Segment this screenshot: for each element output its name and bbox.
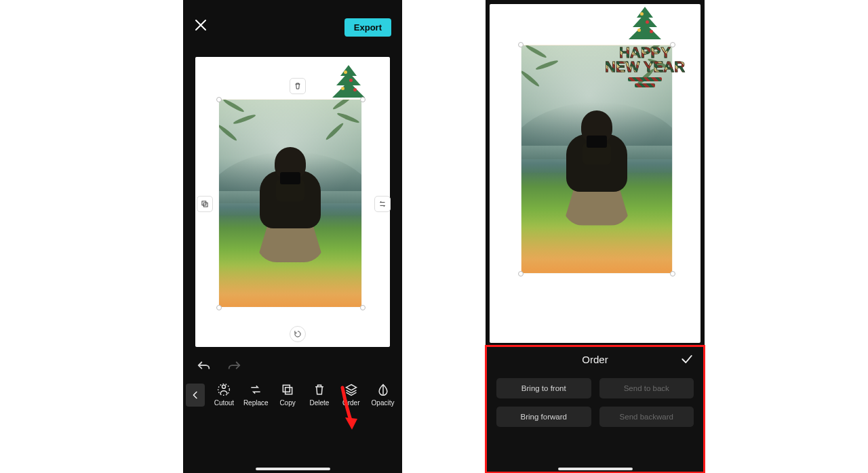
send-backward-button[interactable]: Send backward [599, 407, 694, 427]
sticker-text: HAPPY NEW YEAR [597, 46, 692, 87]
resize-handle[interactable] [518, 42, 524, 47]
bring-to-front-button[interactable]: Bring to front [496, 378, 591, 398]
undo-icon[interactable] [197, 359, 212, 376]
resize-handle[interactable] [216, 97, 222, 102]
order-title: Order [582, 354, 608, 365]
phone-frame-left: Export [183, 0, 402, 473]
trash-icon[interactable] [290, 78, 306, 94]
delete-icon [313, 383, 326, 396]
home-indicator [256, 468, 330, 470]
resize-handle[interactable] [360, 305, 366, 310]
toolbar-opacity[interactable]: Opacity [369, 383, 397, 407]
export-button[interactable]: Export [344, 18, 391, 37]
toolbar-copy[interactable]: Copy [274, 383, 302, 407]
svg-point-2 [222, 385, 226, 388]
bring-forward-button[interactable]: Bring forward [496, 407, 591, 427]
replace-icon [249, 383, 262, 396]
order-panel: Order Bring to front Send to back Bring … [486, 346, 705, 473]
photo-layer[interactable] [218, 99, 362, 308]
back-icon[interactable] [186, 384, 205, 407]
send-to-back-button[interactable]: Send to back [599, 378, 694, 398]
home-indicator [558, 468, 633, 470]
toolbar-label: Delete [309, 399, 329, 407]
toolbar-label: Replace [243, 399, 269, 407]
resize-handle[interactable] [216, 305, 222, 310]
svg-point-3 [218, 384, 230, 396]
toolbar-delete[interactable]: Delete [305, 383, 333, 407]
order-panel-header: Order [486, 346, 705, 373]
svg-rect-0 [202, 201, 206, 205]
phone-frame-right: HAPPY NEW YEAR Order Bring to front Send… [486, 0, 705, 473]
toolbar-label: Cutout [214, 399, 234, 407]
confirm-icon[interactable] [680, 352, 694, 369]
resize-handle[interactable] [360, 97, 366, 102]
edit-canvas-right[interactable]: HAPPY NEW YEAR [490, 4, 701, 343]
svg-rect-1 [203, 203, 208, 207]
rotate-icon[interactable] [290, 326, 306, 342]
copy-icon [281, 383, 294, 396]
redo-icon[interactable] [226, 359, 241, 376]
toolbar-replace[interactable]: Replace [242, 383, 270, 407]
edit-canvas[interactable] [195, 57, 390, 347]
top-bar: Export [183, 0, 402, 47]
duplicate-icon[interactable] [197, 196, 213, 212]
toolbar-label: Copy [279, 399, 295, 407]
cutout-icon [217, 383, 231, 396]
flip-icon[interactable] [374, 196, 391, 212]
svg-rect-4 [283, 385, 290, 392]
bottom-toolbar: Cutout Replace Copy Delete Order [183, 383, 402, 413]
svg-marker-6 [345, 417, 357, 430]
tree-sticker[interactable] [318, 64, 379, 102]
undo-redo-bar [183, 347, 402, 383]
happy-new-year-sticker[interactable]: HAPPY NEW YEAR [597, 5, 692, 114]
opacity-icon [376, 383, 390, 396]
resize-handle[interactable] [670, 271, 675, 276]
toolbar-cutout[interactable]: Cutout [210, 383, 238, 407]
svg-rect-5 [285, 388, 292, 394]
toolbar-label: Opacity [372, 399, 395, 407]
annotation-arrow [338, 385, 361, 426]
close-icon[interactable] [194, 18, 208, 36]
resize-handle[interactable] [518, 271, 524, 276]
